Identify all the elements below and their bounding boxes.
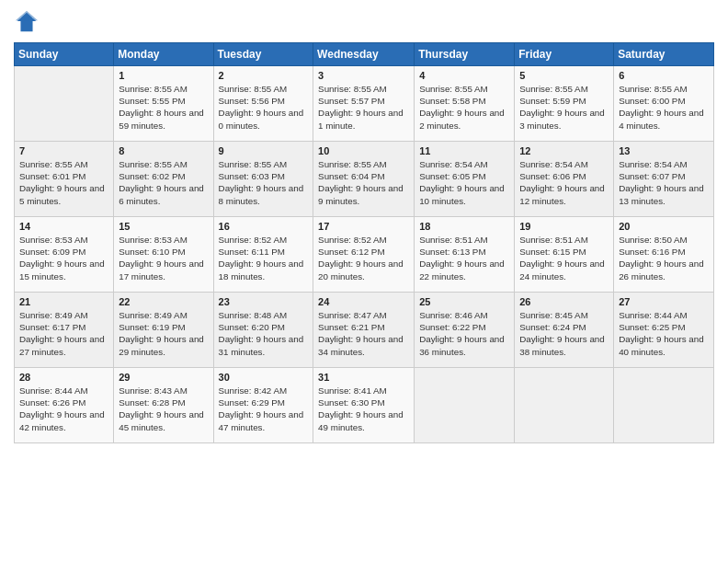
day-info: Sunrise: 8:53 AM Sunset: 6:09 PM Dayligh… — [19, 234, 108, 282]
day-info: Sunrise: 8:43 AM Sunset: 6:28 PM Dayligh… — [119, 385, 208, 433]
calendar-cell: 8Sunrise: 8:55 AM Sunset: 6:02 PM Daylig… — [114, 142, 213, 217]
week-row-0: 1Sunrise: 8:55 AM Sunset: 5:55 PM Daylig… — [15, 66, 714, 142]
day-number: 26 — [519, 296, 609, 307]
calendar-cell — [15, 66, 114, 142]
calendar-cell: 14Sunrise: 8:53 AM Sunset: 6:09 PM Dayli… — [15, 217, 114, 293]
day-number: 9 — [219, 145, 309, 156]
day-info: Sunrise: 8:55 AM Sunset: 5:57 PM Dayligh… — [318, 83, 409, 132]
weekday-header-thursday: Thursday — [415, 43, 515, 66]
day-info: Sunrise: 8:49 AM Sunset: 6:19 PM Dayligh… — [119, 309, 208, 358]
calendar-cell: 4Sunrise: 8:55 AM Sunset: 5:58 PM Daylig… — [415, 66, 515, 142]
day-number: 8 — [119, 145, 208, 156]
day-number: 13 — [619, 145, 709, 156]
day-info: Sunrise: 8:54 AM Sunset: 6:06 PM Dayligh… — [519, 158, 609, 207]
day-info: Sunrise: 8:55 AM Sunset: 5:56 PM Dayligh… — [219, 83, 309, 132]
calendar-cell — [515, 368, 614, 443]
calendar-cell: 10Sunrise: 8:55 AM Sunset: 6:04 PM Dayli… — [313, 142, 415, 217]
calendar-cell: 9Sunrise: 8:55 AM Sunset: 6:03 PM Daylig… — [213, 142, 313, 217]
svg-marker-1 — [16, 11, 38, 20]
week-row-4: 28Sunrise: 8:44 AM Sunset: 6:26 PM Dayli… — [15, 368, 714, 443]
day-info: Sunrise: 8:55 AM Sunset: 6:03 PM Dayligh… — [219, 158, 309, 207]
logo-icon — [14, 9, 40, 35]
day-info: Sunrise: 8:55 AM Sunset: 5:55 PM Dayligh… — [119, 83, 208, 132]
calendar-cell: 6Sunrise: 8:55 AM Sunset: 6:00 PM Daylig… — [614, 66, 714, 142]
day-info: Sunrise: 8:42 AM Sunset: 6:29 PM Dayligh… — [219, 385, 309, 433]
day-number: 31 — [318, 372, 409, 383]
calendar-cell: 19Sunrise: 8:51 AM Sunset: 6:15 PM Dayli… — [515, 217, 614, 293]
day-info: Sunrise: 8:49 AM Sunset: 6:17 PM Dayligh… — [19, 309, 108, 358]
calendar-cell: 25Sunrise: 8:46 AM Sunset: 6:22 PM Dayli… — [415, 293, 515, 368]
day-info: Sunrise: 8:52 AM Sunset: 6:11 PM Dayligh… — [219, 234, 309, 282]
weekday-header-wednesday: Wednesday — [313, 43, 415, 66]
calendar-cell: 17Sunrise: 8:52 AM Sunset: 6:12 PM Dayli… — [313, 217, 415, 293]
calendar-cell — [415, 368, 515, 443]
day-info: Sunrise: 8:55 AM Sunset: 6:00 PM Dayligh… — [619, 83, 709, 132]
week-row-1: 7Sunrise: 8:55 AM Sunset: 6:01 PM Daylig… — [15, 142, 714, 217]
day-number: 10 — [318, 145, 409, 156]
day-number: 2 — [219, 70, 309, 81]
day-info: Sunrise: 8:55 AM Sunset: 6:01 PM Dayligh… — [19, 158, 108, 207]
calendar-cell: 31Sunrise: 8:41 AM Sunset: 6:30 PM Dayli… — [313, 368, 415, 443]
day-number: 19 — [519, 221, 609, 232]
day-number: 12 — [519, 145, 609, 156]
day-info: Sunrise: 8:51 AM Sunset: 6:13 PM Dayligh… — [419, 234, 509, 282]
day-info: Sunrise: 8:44 AM Sunset: 6:25 PM Dayligh… — [619, 309, 709, 358]
calendar-cell: 24Sunrise: 8:47 AM Sunset: 6:21 PM Dayli… — [313, 293, 415, 368]
day-number: 24 — [318, 296, 409, 307]
week-row-3: 21Sunrise: 8:49 AM Sunset: 6:17 PM Dayli… — [15, 293, 714, 368]
day-info: Sunrise: 8:55 AM Sunset: 6:04 PM Dayligh… — [318, 158, 409, 207]
weekday-header-tuesday: Tuesday — [213, 43, 313, 66]
calendar-cell: 3Sunrise: 8:55 AM Sunset: 5:57 PM Daylig… — [313, 66, 415, 142]
day-number: 27 — [619, 296, 709, 307]
weekday-header-row: SundayMondayTuesdayWednesdayThursdayFrid… — [15, 43, 714, 66]
page-header — [14, 9, 714, 35]
logo — [14, 9, 43, 35]
day-number: 6 — [619, 70, 709, 81]
day-info: Sunrise: 8:54 AM Sunset: 6:07 PM Dayligh… — [619, 158, 709, 207]
day-number: 20 — [619, 221, 709, 232]
calendar-cell: 21Sunrise: 8:49 AM Sunset: 6:17 PM Dayli… — [15, 293, 114, 368]
day-number: 5 — [519, 70, 609, 81]
weekday-header-saturday: Saturday — [614, 43, 714, 66]
calendar-cell: 20Sunrise: 8:50 AM Sunset: 6:16 PM Dayli… — [614, 217, 714, 293]
day-info: Sunrise: 8:53 AM Sunset: 6:10 PM Dayligh… — [119, 234, 208, 282]
calendar-cell: 28Sunrise: 8:44 AM Sunset: 6:26 PM Dayli… — [15, 368, 114, 443]
day-number: 23 — [219, 296, 309, 307]
day-number: 29 — [119, 372, 208, 383]
day-info: Sunrise: 8:55 AM Sunset: 6:02 PM Dayligh… — [119, 158, 208, 207]
day-number: 11 — [419, 145, 509, 156]
calendar-cell: 5Sunrise: 8:55 AM Sunset: 5:59 PM Daylig… — [515, 66, 614, 142]
calendar-cell: 26Sunrise: 8:45 AM Sunset: 6:24 PM Dayli… — [515, 293, 614, 368]
day-number: 17 — [318, 221, 409, 232]
day-info: Sunrise: 8:46 AM Sunset: 6:22 PM Dayligh… — [419, 309, 509, 358]
day-number: 25 — [419, 296, 509, 307]
day-info: Sunrise: 8:55 AM Sunset: 5:59 PM Dayligh… — [519, 83, 609, 132]
day-number: 18 — [419, 221, 509, 232]
calendar-cell: 16Sunrise: 8:52 AM Sunset: 6:11 PM Dayli… — [213, 217, 313, 293]
day-number: 15 — [119, 221, 208, 232]
calendar-cell: 1Sunrise: 8:55 AM Sunset: 5:55 PM Daylig… — [114, 66, 213, 142]
day-info: Sunrise: 8:55 AM Sunset: 5:58 PM Dayligh… — [419, 83, 509, 132]
calendar-cell: 27Sunrise: 8:44 AM Sunset: 6:25 PM Dayli… — [614, 293, 714, 368]
calendar-cell: 23Sunrise: 8:48 AM Sunset: 6:20 PM Dayli… — [213, 293, 313, 368]
day-info: Sunrise: 8:41 AM Sunset: 6:30 PM Dayligh… — [318, 385, 409, 433]
calendar-cell: 22Sunrise: 8:49 AM Sunset: 6:19 PM Dayli… — [114, 293, 213, 368]
calendar-cell: 2Sunrise: 8:55 AM Sunset: 5:56 PM Daylig… — [213, 66, 313, 142]
day-info: Sunrise: 8:48 AM Sunset: 6:20 PM Dayligh… — [219, 309, 309, 358]
day-number: 7 — [19, 145, 108, 156]
calendar-cell: 12Sunrise: 8:54 AM Sunset: 6:06 PM Dayli… — [515, 142, 614, 217]
day-info: Sunrise: 8:45 AM Sunset: 6:24 PM Dayligh… — [519, 309, 609, 358]
weekday-header-sunday: Sunday — [15, 43, 114, 66]
calendar-cell: 30Sunrise: 8:42 AM Sunset: 6:29 PM Dayli… — [213, 368, 313, 443]
calendar-cell — [614, 368, 714, 443]
day-number: 21 — [19, 296, 108, 307]
day-info: Sunrise: 8:51 AM Sunset: 6:15 PM Dayligh… — [519, 234, 609, 282]
weekday-header-friday: Friday — [515, 43, 614, 66]
weekday-header-monday: Monday — [114, 43, 213, 66]
day-info: Sunrise: 8:50 AM Sunset: 6:16 PM Dayligh… — [619, 234, 709, 282]
day-info: Sunrise: 8:54 AM Sunset: 6:05 PM Dayligh… — [419, 158, 509, 207]
calendar-cell: 11Sunrise: 8:54 AM Sunset: 6:05 PM Dayli… — [415, 142, 515, 217]
calendar-cell: 29Sunrise: 8:43 AM Sunset: 6:28 PM Dayli… — [114, 368, 213, 443]
calendar-cell: 15Sunrise: 8:53 AM Sunset: 6:10 PM Dayli… — [114, 217, 213, 293]
day-number: 22 — [119, 296, 208, 307]
